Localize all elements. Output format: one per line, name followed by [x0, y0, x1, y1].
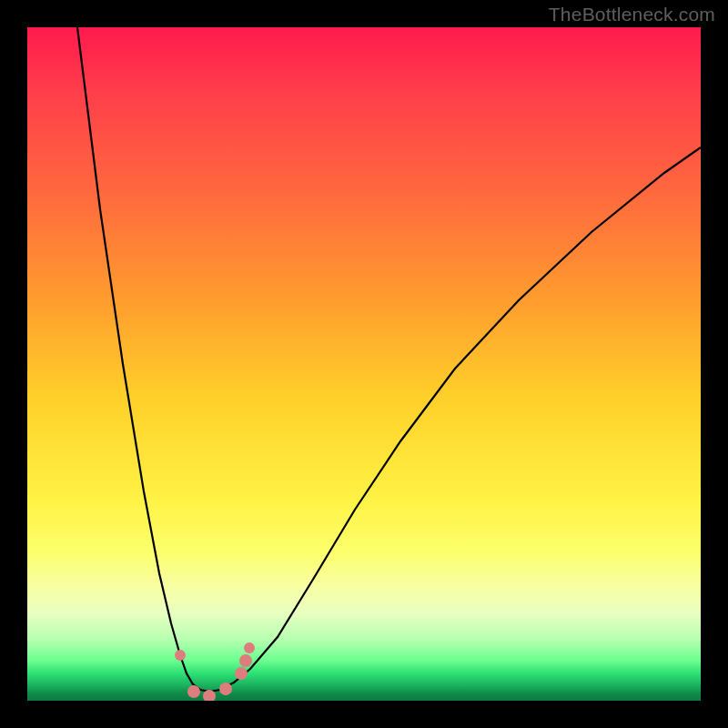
right-dot-3 [244, 642, 255, 653]
trough-dot-3 [219, 682, 232, 695]
curve-layer [27, 27, 701, 701]
watermark-label: TheBottleneck.com [549, 4, 715, 25]
left-dot [175, 650, 186, 661]
chart-frame: TheBottleneck.com [0, 0, 728, 728]
right-dot-2 [239, 654, 252, 667]
trough-dot-1 [187, 685, 200, 698]
bottleneck-curve-path [77, 27, 701, 692]
plot-area [27, 27, 701, 701]
right-dot-1 [235, 667, 248, 680]
